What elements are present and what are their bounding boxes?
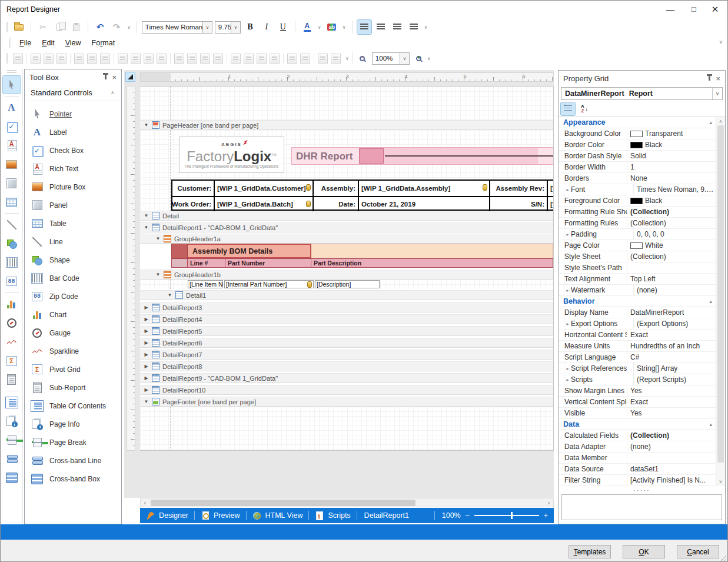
zoom-out-button[interactable]: −	[355, 51, 370, 65]
font-size-combo[interactable]: 9.75 ∨	[215, 21, 241, 34]
underline-button[interactable]: U	[276, 20, 290, 34]
strip-tool-button[interactable]	[3, 216, 21, 234]
band-groupheader1b[interactable]: ▼ GroupHeader1b	[140, 270, 553, 280]
pageheader-content[interactable]: AEGIS FactoryLogixTM The Intelligent Fra…	[140, 130, 553, 179]
collapse-triangle-icon[interactable]: ▼	[144, 225, 149, 230]
bom-title-cell[interactable]: Assembly BOM Details	[188, 244, 311, 258]
bom-part-number-col[interactable]: Part Number	[225, 258, 311, 268]
expand-triangle-icon[interactable]: ▶	[144, 375, 149, 381]
pin-icon[interactable]	[105, 75, 107, 79]
assembly-value-cell[interactable]: [WIP 1_GridData.Assembly]	[359, 181, 490, 196]
zoom-minus-button[interactable]: –	[466, 511, 470, 520]
toolbox-item[interactable]: Picture Box	[31, 178, 121, 196]
align-right-button[interactable]	[390, 20, 404, 34]
toolbox-item[interactable]: Gauge	[31, 324, 121, 342]
highlight-chevron-icon[interactable]: ∨	[341, 25, 347, 30]
customer-value-cell[interactable]: [WIP 1_GridData.Customer]	[215, 181, 314, 196]
object-selector-combo[interactable]: DataMinerReport Report ∨	[561, 87, 723, 100]
strip-tool-button[interactable]	[3, 235, 21, 252]
property-row[interactable]: ▸ Font Times New Roman, 9.7...	[559, 184, 716, 195]
work-order-label-cell[interactable]: Work Order:	[172, 196, 215, 211]
strip-tool-button[interactable]	[3, 333, 21, 351]
strip-tool-button[interactable]	[3, 193, 21, 211]
property-row[interactable]: ▸ Data Adapter (none)	[559, 441, 716, 453]
font-name-combo[interactable]: Times New Roman ∨	[142, 21, 212, 34]
property-value-cell[interactable]: (Export Options)	[634, 320, 716, 328]
toolbox-item[interactable]: Sparkline	[31, 342, 121, 360]
property-value-cell[interactable]: [Activity Finished] Is N...	[627, 476, 716, 484]
expand-arrow-icon[interactable]: ▸	[564, 232, 571, 237]
property-row[interactable]: ▸ Filter String [Activity Finished] Is N…	[559, 475, 716, 486]
property-value-cell[interactable]: Solid	[627, 152, 716, 160]
font-color-button[interactable]: A	[300, 20, 314, 34]
property-row[interactable]: ▸ Data Member	[559, 453, 716, 464]
property-grid-scrollbar[interactable]: ∧ ∨	[716, 117, 725, 486]
band-collapsed[interactable]: ▶ DetailReport5	[140, 326, 553, 336]
menu-item[interactable]: Format	[87, 37, 121, 49]
property-value-cell[interactable]: Top Left	[627, 275, 716, 283]
zoom-combo[interactable]: 100% ∨	[372, 52, 410, 65]
toolbox-item[interactable]: Cross-band Line	[31, 451, 121, 470]
line-item-field[interactable]: [Line Item N	[188, 280, 223, 288]
paste-button[interactable]	[69, 20, 83, 34]
sn-label-cell[interactable]: S/N:	[490, 196, 548, 211]
property-category-header[interactable]: Appearance ▴	[559, 117, 716, 128]
expand-triangle-icon[interactable]: ▶	[144, 328, 149, 334]
view-tab[interactable]: Scripts	[309, 508, 356, 523]
pin-icon[interactable]	[709, 76, 710, 81]
send-to-back-icon[interactable]	[331, 54, 341, 64]
undo-button[interactable]: ↶	[93, 20, 107, 34]
toolbox-group-header[interactable]: Standard Controls ∧	[25, 85, 121, 101]
increase-vertical-spacing-icon[interactable]	[244, 54, 254, 64]
align-bottoms-icon[interactable]	[100, 54, 110, 64]
property-value-cell[interactable]: White	[627, 241, 716, 250]
property-row[interactable]: ▸ Style Sheet's Path	[559, 262, 716, 274]
equal-vertical-spacing-icon[interactable]	[231, 54, 241, 64]
zoom-slider[interactable]	[474, 515, 539, 516]
scroll-up-icon[interactable]: ∧	[716, 119, 725, 124]
strip-tool-button[interactable]	[3, 431, 21, 449]
expand-arrow-icon[interactable]: ▸	[564, 187, 571, 192]
pagefooter-content[interactable]	[140, 407, 553, 451]
expand-arrow-icon[interactable]: ▸	[564, 377, 571, 383]
strip-tool-button[interactable]	[3, 155, 21, 173]
assembly-rev-value-cell[interactable]: [W	[548, 181, 554, 196]
scroll-left-icon[interactable]: ‹	[141, 500, 149, 506]
band-collapsed[interactable]: ▶ DetailReport10	[140, 385, 553, 395]
property-value-cell[interactable]: Black	[627, 197, 716, 205]
band-collapsed[interactable]: ▶ DetailReport4	[140, 314, 553, 324]
collapse-triangle-icon[interactable]: ▼	[144, 399, 149, 404]
scroll-down-icon[interactable]: ∨	[716, 479, 725, 484]
expand-triangle-icon[interactable]: ▶	[144, 387, 149, 393]
property-row[interactable]: ▸ Page Color White	[559, 240, 716, 251]
open-button[interactable]	[12, 20, 26, 34]
toolbox-item[interactable]: Zip Code	[31, 287, 121, 305]
toolbox-item[interactable]: Table	[31, 214, 121, 232]
property-row[interactable]: ▸ Border Color Black	[559, 139, 716, 151]
scrollbar-thumb[interactable]	[151, 500, 415, 506]
collapse-triangle-icon[interactable]: ▼	[167, 292, 172, 298]
vertical-ruler[interactable]	[127, 86, 135, 451]
top-margin-area[interactable]	[140, 87, 553, 120]
band-groupheader1a[interactable]: ▼ GroupHeader1a	[140, 234, 553, 244]
bom-corner-cell[interactable]	[171, 244, 188, 258]
size-to-grid-icon[interactable]	[131, 54, 141, 64]
property-value-cell[interactable]: Yes	[627, 409, 716, 417]
property-row[interactable]: ▸ Background Color Transparent	[559, 128, 716, 139]
band-detail1[interactable]: ▼ Detail1	[140, 290, 553, 300]
toolbox-item[interactable]: Table Of Contents	[31, 397, 121, 415]
property-row[interactable]: ▸ Text Alignment Top Left	[559, 274, 716, 285]
property-row[interactable]: ▸ Vertical Content Spli Exact	[559, 397, 716, 408]
equal-horizontal-spacing-icon[interactable]	[174, 54, 184, 64]
menubar-grip[interactable]	[9, 38, 11, 48]
canvas-horizontal-scrollbar[interactable]: ‹ ›	[140, 498, 554, 507]
menu-item[interactable]: File	[14, 37, 36, 49]
toolbox-item[interactable]: Panel	[31, 196, 121, 214]
minimize-button[interactable]: —	[660, 3, 680, 16]
center-vertically-icon[interactable]	[300, 54, 310, 64]
property-row[interactable]: ▸ Data Source dataSet1	[559, 464, 716, 475]
view-tab[interactable]: HTML View	[247, 508, 309, 523]
strip-tool-button[interactable]	[3, 137, 21, 154]
bring-to-front-icon[interactable]	[318, 54, 328, 64]
property-value-cell[interactable]: (none)	[627, 443, 716, 451]
